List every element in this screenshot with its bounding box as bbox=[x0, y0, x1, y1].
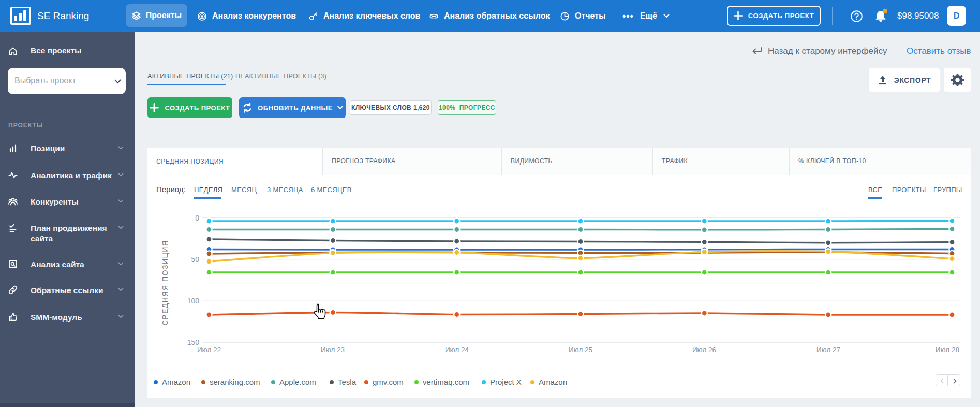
svg-text:Июл 23: Июл 23 bbox=[321, 346, 345, 354]
svg-text:0: 0 bbox=[195, 214, 199, 222]
svg-text:Июл 22: Июл 22 bbox=[197, 346, 221, 354]
svg-text:100: 100 bbox=[187, 297, 200, 305]
svg-text:Июл 25: Июл 25 bbox=[569, 346, 592, 354]
svg-text:Июл 24: Июл 24 bbox=[445, 346, 469, 354]
svg-text:Июл 26: Июл 26 bbox=[692, 346, 716, 354]
svg-text:50: 50 bbox=[191, 255, 199, 264]
svg-text:150: 150 bbox=[187, 338, 200, 346]
svg-text:Июл 28: Июл 28 bbox=[936, 346, 959, 354]
svg-text:Июл 27: Июл 27 bbox=[816, 346, 840, 354]
